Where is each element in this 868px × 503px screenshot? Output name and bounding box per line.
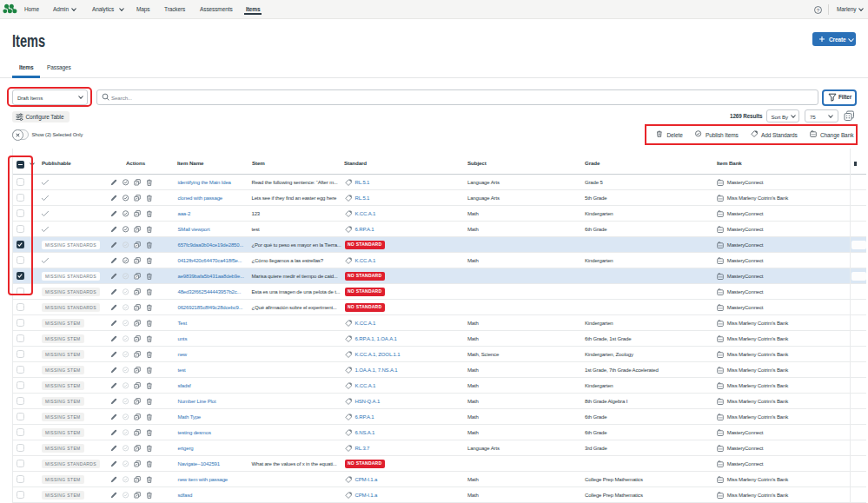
svg-text:?: ? (817, 8, 820, 13)
